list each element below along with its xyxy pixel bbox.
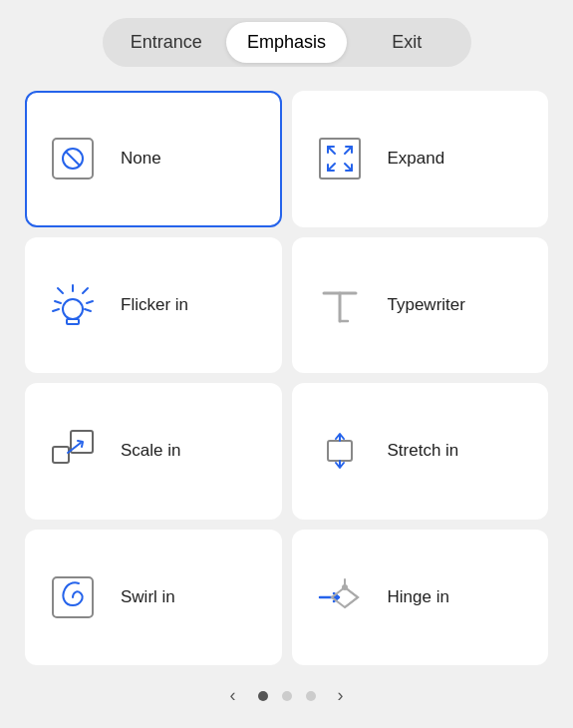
none-label: None	[121, 149, 161, 169]
grid-item-swirl-in[interactable]: Swirl in	[25, 530, 282, 666]
svg-line-15	[87, 301, 93, 303]
grid-item-none[interactable]: None	[25, 91, 282, 227]
svg-line-12	[58, 288, 63, 293]
svg-line-22	[68, 443, 81, 453]
svg-line-13	[83, 288, 88, 293]
svg-line-14	[53, 309, 59, 311]
grid-item-scale-in[interactable]: Scale in	[25, 383, 282, 520]
grid-item-hinge-in[interactable]: Hinge in	[292, 530, 549, 666]
svg-rect-9	[67, 319, 79, 324]
svg-line-5	[345, 147, 352, 154]
svg-marker-28	[345, 587, 358, 607]
pagination-dot-2[interactable]	[282, 691, 292, 701]
svg-rect-23	[328, 441, 352, 461]
swirl-in-icon	[43, 567, 103, 627]
grid-item-stretch-in[interactable]: Stretch in	[292, 383, 549, 520]
tab-emphasis[interactable]: Emphasis	[226, 22, 347, 63]
stretch-in-icon	[310, 421, 370, 481]
pagination-next[interactable]: ›	[330, 681, 352, 710]
flicker-in-icon	[43, 275, 103, 335]
pagination-prev[interactable]: ‹	[222, 681, 244, 710]
typewriter-label: Typewriter	[388, 295, 465, 315]
svg-line-6	[328, 164, 335, 171]
expand-icon	[310, 129, 370, 188]
pagination-dot-3[interactable]	[306, 691, 316, 701]
grid-item-flicker-in[interactable]: Flicker in	[25, 237, 282, 374]
grid-item-typewriter[interactable]: Typewriter	[292, 237, 549, 374]
scale-in-icon	[43, 421, 103, 481]
svg-line-16	[85, 309, 91, 311]
pagination-dot-1[interactable]	[258, 691, 268, 701]
svg-line-4	[328, 147, 335, 154]
stretch-in-label: Stretch in	[388, 441, 459, 461]
svg-line-2	[66, 152, 80, 166]
grid-item-expand[interactable]: Expand	[292, 91, 549, 227]
tab-entrance[interactable]: Entrance	[107, 22, 227, 63]
hinge-in-label: Hinge in	[388, 587, 449, 607]
hinge-in-icon	[310, 567, 370, 627]
tab-bar: Entrance Emphasis Exit	[103, 18, 471, 67]
scale-in-label: Scale in	[121, 441, 180, 461]
svg-point-8	[63, 299, 83, 319]
svg-rect-20	[53, 447, 69, 463]
svg-line-11	[55, 301, 61, 303]
swirl-in-label: Swirl in	[121, 587, 175, 607]
expand-label: Expand	[388, 149, 445, 169]
svg-rect-3	[320, 139, 360, 179]
pagination: ‹ ›	[222, 681, 352, 710]
svg-line-7	[345, 164, 352, 171]
flicker-in-label: Flicker in	[121, 295, 188, 315]
tab-exit[interactable]: Exit	[347, 22, 467, 63]
typewriter-icon	[310, 275, 370, 335]
animation-grid: None Expand	[15, 85, 558, 671]
none-icon	[43, 129, 103, 188]
